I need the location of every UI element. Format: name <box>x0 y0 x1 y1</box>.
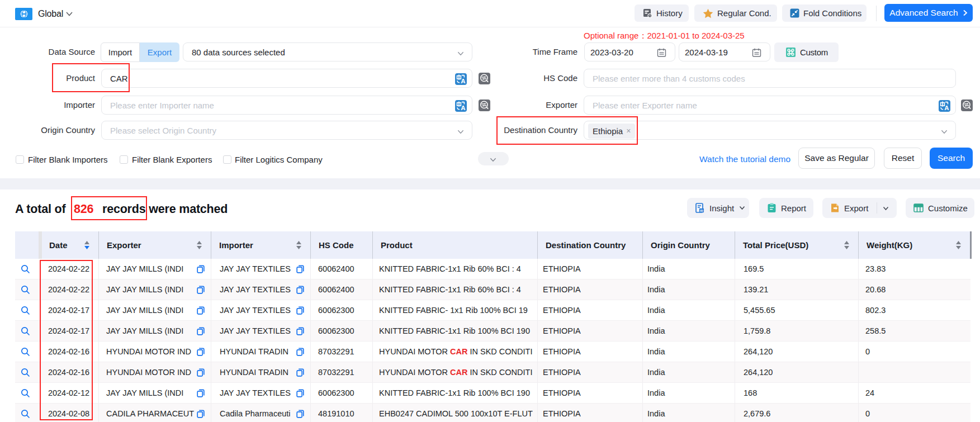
svg-text:BI: BI <box>700 209 703 212</box>
svg-text:A: A <box>461 78 465 84</box>
svg-text:A: A <box>461 105 465 111</box>
svg-text:A: A <box>944 105 949 111</box>
